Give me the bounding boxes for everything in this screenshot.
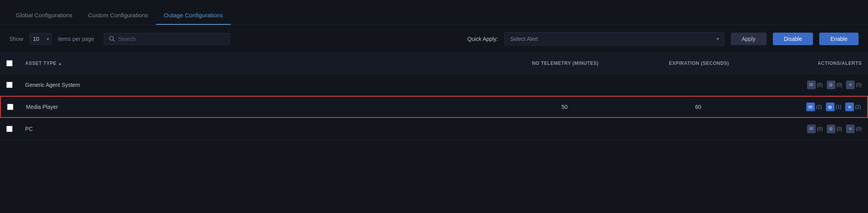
gear-action[interactable]: ⊛ (0) [827,125,842,133]
mail-count: (0) [817,82,823,88]
row-expiration [632,124,766,134]
row-asset-type: Media Player [20,99,498,115]
controls-row: Show 10 25 50 100 items per page Quick A… [0,25,868,53]
per-page-wrapper: 10 25 50 100 [29,33,51,45]
row-checkbox[interactable] [6,126,13,132]
list-count: (2) [855,104,861,110]
mail-count: (2) [816,104,822,110]
svg-line-1 [113,40,114,42]
table-row: Media Player 50 60 ✉ (2) ⊛ (1) ≡ (2) [0,96,868,118]
enable-button[interactable]: Enable [819,33,859,45]
table-row: PC ✉ (0) ⊛ (0) ≡ (0) [0,118,868,140]
tab-custom-configurations[interactable]: Custom Configurations [80,7,156,25]
items-per-page-label: items per page [58,36,94,42]
list-count: (0) [856,126,862,132]
th-no-telemetry-label: NO TELEMETRY (MINUTES) [532,61,599,66]
asset-type-value: PC [25,126,33,132]
asset-type-value: Media Player [26,104,58,110]
row-asset-type: PC [19,121,498,137]
th-expiration-label: EXPIRATION (SECONDS) [669,61,729,66]
per-page-select[interactable]: 10 25 50 100 [29,33,51,45]
mail-icon: ✉ [807,125,816,133]
row-actions: ✉ (0) ⊛ (0) ≡ (0) [766,120,868,138]
search-input[interactable] [118,36,224,42]
list-action[interactable]: ≡ (0) [846,125,862,133]
search-icon [109,36,115,42]
th-expiration: EXPIRATION (SECONDS) [632,57,766,70]
disable-button[interactable]: Disable [773,33,813,45]
gear-action[interactable]: ⊛ (0) [827,81,842,89]
search-wrapper [104,33,230,45]
mail-icon: ✉ [806,103,815,111]
no-telemetry-value: 50 [561,104,568,110]
mail-action[interactable]: ✉ (0) [807,81,823,89]
row-expiration [632,80,766,90]
action-group: ✉ (2) ⊛ (1) ≡ (2) [806,103,861,111]
row-no-telemetry: 50 [498,99,631,115]
list-icon: ≡ [845,103,854,111]
select-alert-wrapper: Select Alert [504,32,725,46]
mail-action[interactable]: ✉ (0) [807,125,823,133]
gear-count: (1) [836,104,842,110]
top-nav: Global Configurations Custom Configurati… [0,0,868,25]
gear-count: (0) [837,82,842,88]
row-checkbox-cell [1,99,20,115]
list-count: (0) [856,82,862,88]
asset-type-value: Generic Agent System [25,82,80,88]
row-checkbox[interactable] [7,104,13,110]
gear-action[interactable]: ⊛ (1) [826,103,842,111]
data-table: ASSET TYPE ▲ NO TELEMETRY (MINUTES) EXPI… [0,53,868,140]
gear-icon: ⊛ [827,81,835,89]
table-header: ASSET TYPE ▲ NO TELEMETRY (MINUTES) EXPI… [0,53,868,74]
th-checkbox [0,57,19,70]
header-checkbox[interactable] [6,60,13,66]
select-alert-dropdown[interactable]: Select Alert [504,32,725,46]
row-checkbox[interactable] [6,82,13,88]
gear-icon: ⊛ [826,103,835,111]
show-label: Show [9,36,23,42]
th-asset-type: ASSET TYPE ▲ [19,57,498,70]
mail-action[interactable]: ✉ (2) [806,103,822,111]
list-action[interactable]: ≡ (0) [846,81,862,89]
expiration-value: 60 [695,104,701,110]
tab-global-configurations[interactable]: Global Configurations [8,7,80,25]
row-checkbox-cell [0,77,19,93]
mail-count: (0) [817,126,823,132]
action-group: ✉ (0) ⊛ (0) ≡ (0) [807,125,862,133]
row-asset-type: Generic Agent System [19,77,498,93]
list-icon: ≡ [846,125,855,133]
th-asset-type-label: ASSET TYPE [25,61,57,66]
row-no-telemetry [498,80,632,90]
tab-outage-configurations[interactable]: Outage Configurations [156,7,231,25]
list-icon: ≡ [846,81,855,89]
sort-asc-icon: ▲ [58,61,62,66]
gear-icon: ⊛ [827,125,835,133]
list-action[interactable]: ≡ (2) [845,103,861,111]
gear-count: (0) [837,126,842,132]
row-no-telemetry [498,124,632,134]
row-expiration: 60 [631,99,765,115]
th-no-telemetry: NO TELEMETRY (MINUTES) [498,57,632,70]
th-actions-label: ACTIONS/ALERTS [818,61,862,66]
quick-apply-label: Quick Apply: [467,36,498,42]
action-group: ✉ (0) ⊛ (0) ≡ (0) [807,81,862,89]
table-row: Generic Agent System ✉ (0) ⊛ (0) ≡ (0) [0,74,868,96]
th-actions: ACTIONS/ALERTS [766,57,868,70]
row-actions: ✉ (0) ⊛ (0) ≡ (0) [766,76,868,94]
row-checkbox-cell [0,121,19,137]
apply-button[interactable]: Apply [731,33,767,45]
row-actions: ✉ (2) ⊛ (1) ≡ (2) [765,98,867,116]
mail-icon: ✉ [807,81,816,89]
